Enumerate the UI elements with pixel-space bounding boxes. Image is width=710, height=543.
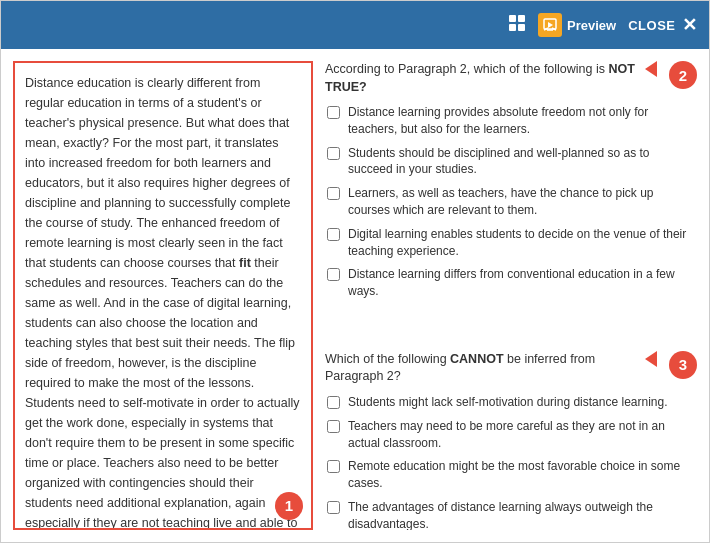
questions-panel: According to Paragraph 2, which of the f…: [325, 61, 697, 530]
toolbar: Preview CLOSE ✕: [1, 1, 709, 49]
question-2-badge: 3: [669, 351, 697, 379]
svg-rect-0: [509, 15, 516, 22]
main-window: Preview CLOSE ✕ Distance education is cl…: [0, 0, 710, 543]
q2-option-2: Teachers may need to be more careful as …: [325, 418, 697, 452]
toolbar-icons: [508, 14, 526, 36]
preview-icon: [538, 13, 562, 37]
question-2-header: Which of the following CANNOT be inferre…: [325, 351, 697, 386]
q1-option-3: Learners, as well as teachers, have the …: [325, 185, 697, 219]
passage-badge: 1: [275, 492, 303, 520]
svg-rect-1: [518, 15, 525, 22]
q2-option-2-label[interactable]: Teachers may need to be more careful as …: [348, 418, 697, 452]
q2-option-1: Students might lack self-motivation duri…: [325, 394, 697, 411]
question-1-badge: 2: [669, 61, 697, 89]
q2-option-4: The advantages of distance learning alwa…: [325, 499, 697, 530]
passage-panel: Distance education is clearly different …: [13, 61, 313, 530]
question-1-arrow: [645, 61, 657, 77]
q2-checkbox-1[interactable]: [327, 396, 340, 409]
q1-option-4-label[interactable]: Digital learning enables students to dec…: [348, 226, 697, 260]
q2-option-1-label[interactable]: Students might lack self-motivation duri…: [348, 394, 668, 411]
q2-option-3: Remote education might be the most favor…: [325, 458, 697, 492]
q2-checkbox-2[interactable]: [327, 420, 340, 433]
question-1-text: According to Paragraph 2, which of the f…: [325, 61, 637, 96]
close-label: CLOSE: [628, 18, 675, 33]
q1-option-4: Digital learning enables students to dec…: [325, 226, 697, 260]
q1-option-5-label[interactable]: Distance learning differs from conventio…: [348, 266, 697, 300]
question-1-header: According to Paragraph 2, which of the f…: [325, 61, 697, 96]
q2-checkbox-4[interactable]: [327, 501, 340, 514]
question-1-block: According to Paragraph 2, which of the f…: [325, 61, 697, 307]
q2-checkbox-3[interactable]: [327, 460, 340, 473]
question-2-arrow: [645, 351, 657, 367]
q1-checkbox-5[interactable]: [327, 268, 340, 281]
q2-option-3-label[interactable]: Remote education might be the most favor…: [348, 458, 697, 492]
grid-icon[interactable]: [508, 14, 526, 36]
q1-option-3-label[interactable]: Learners, as well as teachers, have the …: [348, 185, 697, 219]
close-x-icon: ✕: [682, 14, 698, 36]
q1-option-1-label[interactable]: Distance learning provides absolute free…: [348, 104, 697, 138]
preview-button[interactable]: Preview: [538, 13, 616, 37]
question-2-text: Which of the following CANNOT be inferre…: [325, 351, 637, 386]
q1-checkbox-2[interactable]: [327, 147, 340, 160]
q1-option-1: Distance learning provides absolute free…: [325, 104, 697, 138]
q2-option-4-label[interactable]: The advantages of distance learning alwa…: [348, 499, 697, 530]
q1-option-2-label[interactable]: Students should be disciplined and well-…: [348, 145, 697, 179]
q1-checkbox-3[interactable]: [327, 187, 340, 200]
close-button[interactable]: CLOSE ✕: [628, 14, 697, 36]
svg-rect-2: [509, 24, 516, 31]
preview-label: Preview: [567, 18, 616, 33]
q1-option-5: Distance learning differs from conventio…: [325, 266, 697, 300]
question-2-block: Which of the following CANNOT be inferre…: [325, 351, 697, 530]
svg-rect-3: [518, 24, 525, 31]
passage-text: Distance education is clearly different …: [25, 73, 301, 530]
q1-checkbox-4[interactable]: [327, 228, 340, 241]
svg-marker-8: [548, 22, 553, 28]
q1-checkbox-1[interactable]: [327, 106, 340, 119]
q1-option-2: Students should be disciplined and well-…: [325, 145, 697, 179]
main-content: Distance education is clearly different …: [1, 49, 709, 542]
